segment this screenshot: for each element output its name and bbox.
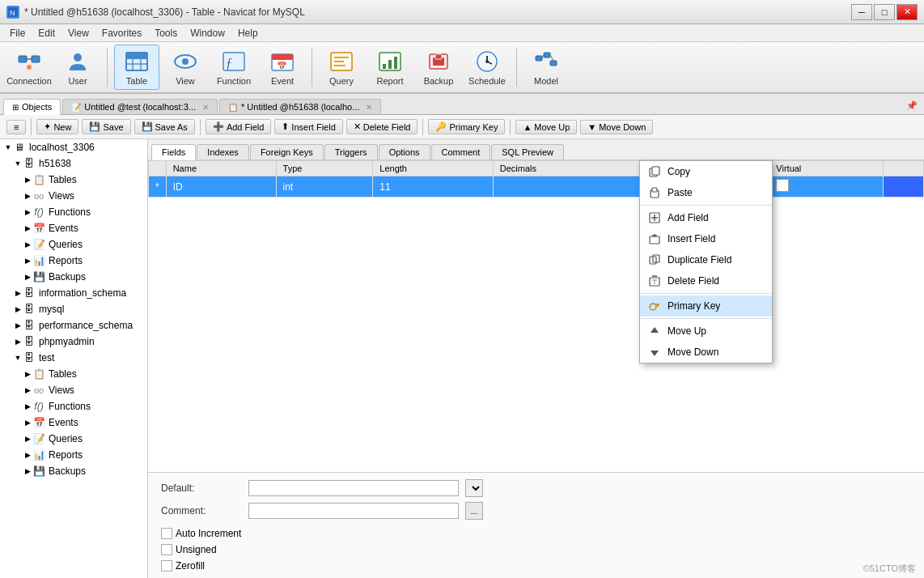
sidebar-item-test-tables[interactable]: ▶ 📋 Tables [0, 366, 147, 382]
sub-tab-triggers[interactable]: Triggers [324, 144, 378, 159]
save-button[interactable]: 💾 Save [82, 119, 130, 134]
sidebar-item-performance-schema[interactable]: ▶ 🗄 performance_schema [0, 317, 147, 334]
sub-tab-options[interactable]: Options [379, 144, 430, 159]
tool-table[interactable]: Table [114, 45, 159, 90]
arrow-phpmyadmin[interactable]: ▶ [13, 338, 23, 346]
arrow-test-reports[interactable]: ▶ [23, 451, 32, 459]
tool-model[interactable]: Model [523, 45, 569, 90]
sidebar-item-phpmyadmin[interactable]: ▶ 🗄 phpmyadmin [0, 334, 147, 350]
arrow-localhost[interactable]: ▼ [3, 143, 13, 151]
arrow-mysql[interactable]: ▶ [13, 305, 23, 313]
tab-query2[interactable]: 📋 * Untitled @h51638 (localho... ✕ [219, 99, 381, 114]
context-menu-delete-field[interactable]: Delete Field [640, 270, 772, 291]
context-menu-copy[interactable]: Copy [640, 161, 772, 182]
row-virtual[interactable] [769, 176, 884, 198]
save-as-button[interactable]: 💾 Save As [134, 119, 195, 134]
arrow-queries[interactable]: ▶ [23, 240, 32, 249]
sidebar-item-events[interactable]: ▶ 📅 Events [0, 220, 147, 236]
new-button[interactable]: ✦ New [36, 119, 78, 134]
context-menu-add-field[interactable]: Add Field [640, 207, 772, 228]
arrow-functions[interactable]: ▶ [23, 208, 32, 216]
sub-tab-fields[interactable]: Fields [151, 144, 196, 160]
sidebar-item-reports[interactable]: ▶ 📊 Reports [0, 253, 147, 269]
arrow-reports[interactable]: ▶ [23, 257, 32, 265]
sidebar-item-test-functions[interactable]: ▶ f() Functions [0, 398, 147, 414]
sidebar-item-functions[interactable]: ▶ f() Functions [0, 204, 147, 220]
auto-increment-checkbox[interactable] [161, 528, 172, 539]
sub-tab-comment[interactable]: Comment [431, 144, 491, 159]
menu-edit[interactable]: Edit [32, 26, 61, 40]
tab2-close[interactable]: ✕ [366, 103, 372, 112]
arrow-test-queries[interactable]: ▶ [23, 435, 32, 443]
tool-schedule[interactable]: Schedule [464, 45, 510, 90]
tab-objects[interactable]: ⊞ Objects [3, 99, 61, 115]
context-menu-move-up[interactable]: Move Up [640, 321, 772, 342]
tool-query[interactable]: Query [319, 45, 364, 90]
unsigned-checkbox[interactable] [161, 544, 172, 555]
sub-tab-foreign-keys[interactable]: Foreign Keys [250, 144, 324, 159]
menu-favorites[interactable]: Favorites [95, 26, 148, 40]
sidebar-item-test-views[interactable]: ▶ oo Views [0, 382, 147, 398]
arrow-test-events[interactable]: ▶ [23, 419, 32, 427]
sidebar-item-queries[interactable]: ▶ 📝 Queries [0, 236, 147, 253]
context-menu-primary-key[interactable]: Primary Key [640, 295, 772, 317]
menu-tools[interactable]: Tools [148, 26, 184, 40]
sidebar-item-test-queries[interactable]: ▶ 📝 Queries [0, 431, 147, 447]
comment-browse-button[interactable]: ... [465, 502, 483, 520]
comment-input[interactable] [248, 503, 459, 519]
row-length[interactable]: 11 [373, 176, 493, 198]
arrow-test-views[interactable]: ▶ [23, 386, 32, 394]
arrow-test-functions[interactable]: ▶ [23, 402, 32, 410]
insert-field-button[interactable]: ⬆ Insert Field [274, 119, 342, 134]
sub-tab-indexes[interactable]: Indexes [197, 144, 249, 159]
row-type[interactable]: int [276, 176, 373, 198]
sidebar-item-backups[interactable]: ▶ 💾 Backups [0, 269, 147, 285]
tool-function[interactable]: ƒ Function [211, 45, 256, 90]
row-name[interactable]: ID [166, 176, 276, 198]
arrow-backups[interactable]: ▶ [23, 273, 32, 281]
context-menu-move-down[interactable]: Move Down [640, 342, 772, 363]
tool-event[interactable]: 📅 Event [260, 45, 305, 90]
tab1-close[interactable]: ✕ [202, 103, 209, 112]
zerofill-checkbox[interactable] [161, 560, 172, 572]
move-up-button[interactable]: ▲ Move Up [515, 120, 577, 134]
arrow-views[interactable]: ▶ [23, 192, 32, 200]
menu-view[interactable]: View [61, 26, 95, 40]
primary-key-button[interactable]: 🔑 Primary Key [428, 119, 505, 134]
tab-pin[interactable]: 📌 [900, 97, 924, 114]
menu-help[interactable]: Help [231, 26, 265, 40]
tool-report[interactable]: Report [367, 45, 413, 90]
menu-toggle-button[interactable]: ≡ [6, 120, 26, 134]
tab-query1[interactable]: 📝 Untitled @test (localhost:3... ✕ [62, 99, 218, 114]
sidebar-item-tables[interactable]: ▶ 📋 Tables [0, 172, 147, 188]
default-input[interactable] [248, 480, 459, 496]
arrow-perf-schema[interactable]: ▶ [13, 321, 23, 329]
arrow-info-schema[interactable]: ▶ [13, 289, 23, 297]
context-menu-duplicate-field[interactable]: Duplicate Field [640, 249, 772, 270]
arrow-events[interactable]: ▶ [23, 224, 32, 232]
minimize-button[interactable]: ─ [851, 4, 872, 20]
sub-tab-sql-preview[interactable]: SQL Preview [491, 144, 564, 159]
arrow-test[interactable]: ▼ [13, 354, 23, 362]
arrow-test-backups[interactable]: ▶ [23, 467, 32, 475]
tool-connection[interactable]: Connection [6, 45, 52, 90]
close-button[interactable]: ✕ [896, 4, 918, 20]
context-menu-paste[interactable]: Paste [640, 182, 772, 203]
sidebar-item-mysql[interactable]: ▶ 🗄 mysql [0, 301, 147, 317]
sidebar-item-test-events[interactable]: ▶ 📅 Events [0, 414, 147, 431]
default-select[interactable] [465, 479, 483, 497]
arrow-tables[interactable]: ▶ [23, 176, 32, 184]
menu-window[interactable]: Window [184, 26, 231, 40]
tool-backup[interactable]: Backup [416, 45, 461, 90]
add-field-button[interactable]: ➕ Add Field [206, 119, 271, 134]
row-decimals[interactable] [493, 176, 640, 198]
tool-view[interactable]: View [163, 45, 208, 90]
sidebar-item-test[interactable]: ▼ 🗄 test [0, 350, 147, 366]
sidebar-item-test-reports[interactable]: ▶ 📊 Reports [0, 447, 147, 463]
virtual-checkbox[interactable] [776, 179, 789, 192]
move-down-button[interactable]: ▼ Move Down [580, 120, 653, 134]
menu-file[interactable]: File [3, 26, 32, 40]
sidebar-item-test-backups[interactable]: ▶ 💾 Backups [0, 463, 147, 479]
context-menu-insert-field[interactable]: Insert Field [640, 228, 772, 249]
arrow-h51638[interactable]: ▼ [13, 159, 23, 168]
